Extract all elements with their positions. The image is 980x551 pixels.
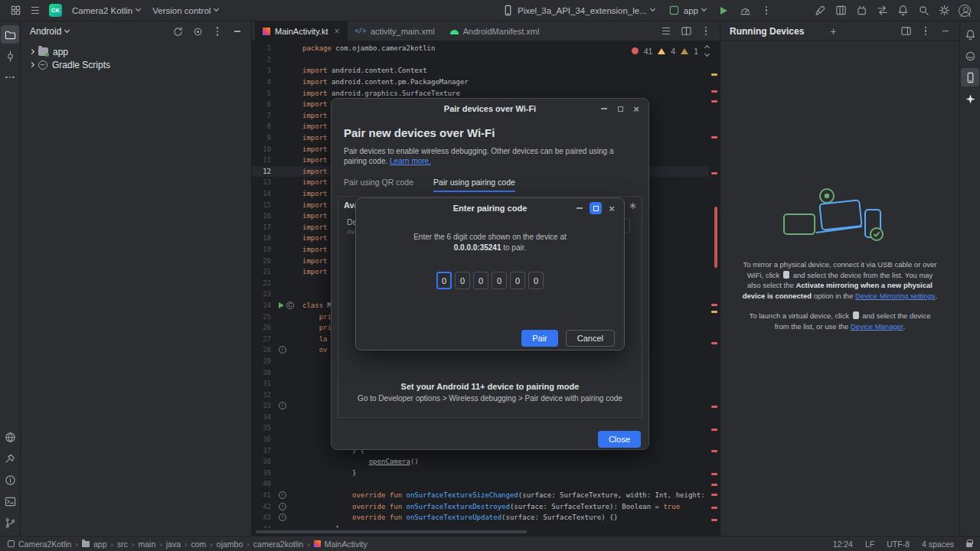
commit-tool-icon[interactable] <box>1 47 19 65</box>
pairing-digit-input[interactable]: 0 <box>455 272 470 289</box>
error-stripe-mark[interactable] <box>711 100 717 103</box>
minimize-icon[interactable] <box>598 103 610 115</box>
run-gutter-icon[interactable] <box>279 302 284 308</box>
locate-file-icon[interactable] <box>188 22 207 41</box>
editor-tab-MainActivity.kt[interactable]: MainActivity.kt× <box>255 21 348 41</box>
panel-layout-icon[interactable] <box>897 22 915 41</box>
tools-icon[interactable] <box>811 2 829 20</box>
code-line[interactable]: 43↑ override fun onSurfaceTextureUpdated… <box>252 512 709 523</box>
hide-panel-icon[interactable] <box>228 22 247 41</box>
error-stripe-mark[interactable] <box>711 406 717 408</box>
maximize-icon[interactable] <box>590 202 602 214</box>
file-encoding[interactable]: UTF-8 <box>887 540 910 549</box>
close-button[interactable]: Close <box>598 431 641 448</box>
error-stripe[interactable] <box>710 43 719 517</box>
maximize-icon[interactable] <box>614 103 626 115</box>
code-line[interactable]: 41↑ override fun onSurfaceTextureSizeCha… <box>252 490 709 501</box>
add-device-button[interactable]: + <box>830 25 836 37</box>
override-gutter-icon[interactable]: ↑ <box>279 491 286 499</box>
project-selector[interactable]: Camera2 Kotlin <box>67 2 145 20</box>
editor-tab-activity_main.xml[interactable]: </>activity_main.xml <box>348 21 443 41</box>
notifications-bell-icon[interactable] <box>893 2 912 20</box>
override-gutter-icon[interactable]: ↑ <box>279 503 286 510</box>
error-stripe-mark[interactable] <box>711 484 717 486</box>
override-gutter-icon[interactable]: ↑ <box>279 514 286 521</box>
tree-node-app[interactable]: app <box>21 45 251 58</box>
code-line[interactable]: 4import android.content.pm.PackageManage… <box>252 77 709 88</box>
breadcrumb-item[interactable]: MainActivity <box>325 540 368 549</box>
panel-options-icon[interactable] <box>208 22 227 41</box>
pair-button[interactable]: Pair <box>521 330 558 347</box>
error-stripe-mark[interactable] <box>711 342 717 344</box>
code-line[interactable]: 5import android.graphics.SurfaceTexture <box>252 87 709 99</box>
inline-link[interactable]: Device Manager <box>851 322 903 331</box>
override-gutter-icon[interactable]: ↑ <box>279 402 286 409</box>
warning-stripe-mark[interactable] <box>711 73 717 76</box>
breadcrumb-item[interactable]: src <box>117 540 128 549</box>
code-line[interactable]: 3import android.content.Context <box>252 65 709 77</box>
minimize-icon[interactable] <box>573 202 586 214</box>
code-line[interactable]: 40 <box>252 478 709 490</box>
main-menu-icon[interactable] <box>26 2 44 20</box>
project-view-selector[interactable]: Android <box>30 26 61 37</box>
breadcrumb-item[interactable]: com <box>191 540 207 549</box>
readonly-lock-icon[interactable] <box>966 543 972 547</box>
error-stripe-mark[interactable] <box>711 519 717 521</box>
app-grid-icon[interactable] <box>6 2 24 20</box>
vcs-widget[interactable]: Version control <box>147 2 224 20</box>
layout-columns-icon[interactable] <box>831 2 850 20</box>
inline-link[interactable]: Device Mirroring settings <box>855 292 936 300</box>
user-avatar[interactable] <box>956 2 974 20</box>
close-icon[interactable]: × <box>630 103 642 115</box>
breadcrumb-item[interactable]: app <box>93 540 107 549</box>
terminal-tool-icon[interactable] <box>1 492 19 510</box>
pairing-digit-input[interactable]: 0 <box>528 272 544 289</box>
panel-options-icon[interactable] <box>916 22 935 41</box>
dialog-titlebar[interactable]: Pair devices over Wi-Fi × <box>332 99 648 119</box>
dialog-tab-Pair using QR code[interactable]: Pair using QR code <box>344 178 413 192</box>
editor-options-icon[interactable] <box>697 22 715 41</box>
git-branch-icon[interactable] <box>1 514 19 532</box>
split-editor-icon[interactable] <box>677 22 695 41</box>
close-icon[interactable]: × <box>606 202 618 214</box>
chevron-right-icon[interactable] <box>29 62 34 67</box>
code-line[interactable]: 42↑ override fun onSurfaceTextureDestroy… <box>252 500 709 512</box>
problems-info-icon[interactable] <box>1 471 19 489</box>
more-actions-icon[interactable] <box>757 2 776 20</box>
override-gutter-icon[interactable]: ↑ <box>279 346 286 354</box>
notifications-tool-icon[interactable] <box>961 25 979 44</box>
tab-list-icon[interactable] <box>657 22 675 41</box>
cancel-button[interactable]: Cancel <box>566 330 615 347</box>
chevron-right-icon[interactable] <box>29 49 34 54</box>
running-devices-tool-icon[interactable] <box>961 68 979 86</box>
editor-tab-AndroidManifest.xml[interactable]: AndroidManifest.xml <box>443 21 547 41</box>
error-stripe-mark[interactable] <box>711 450 717 452</box>
dialog-tab-Pair using pairing code[interactable]: Pair using pairing code <box>433 178 515 192</box>
close-tab-icon[interactable]: × <box>334 26 339 37</box>
build-tool-icon[interactable] <box>1 449 19 468</box>
prev-problem-icon[interactable] <box>704 45 710 51</box>
breadcrumb[interactable]: Camera2Kotlin›app›src›main›java›com›ojam… <box>8 540 368 549</box>
breadcrumb-item[interactable]: Camera2Kotlin <box>18 540 71 549</box>
project-tool-icon[interactable] <box>1 25 19 44</box>
run-button[interactable] <box>714 2 733 20</box>
sync-icon[interactable] <box>168 22 187 41</box>
more-tool-windows-icon[interactable] <box>1 68 19 86</box>
search-icon[interactable] <box>914 2 933 20</box>
run-configuration-selector[interactable]: app <box>663 2 711 20</box>
error-stripe-mark[interactable] <box>711 172 717 174</box>
code-line[interactable]: 38 openCamera() <box>252 456 709 468</box>
breadcrumb-item[interactable]: main <box>138 540 155 549</box>
settings-gear-icon[interactable] <box>935 2 953 20</box>
breadcrumb-item[interactable]: camera2kotlin <box>253 540 303 549</box>
breadcrumb-item[interactable]: ojambo <box>217 540 243 549</box>
learn-more-link[interactable]: Learn more. <box>390 157 431 165</box>
cursor-position[interactable]: 12:24 <box>833 540 853 549</box>
error-stripe-mark[interactable] <box>711 473 717 475</box>
error-stripe-mark[interactable] <box>714 207 717 268</box>
error-stripe-mark[interactable] <box>711 90 717 93</box>
horizontal-scrollbar[interactable] <box>256 530 527 533</box>
next-problem-icon[interactable] <box>704 51 710 57</box>
error-stripe-mark[interactable] <box>711 507 717 509</box>
plugin-icon[interactable] <box>852 2 871 20</box>
